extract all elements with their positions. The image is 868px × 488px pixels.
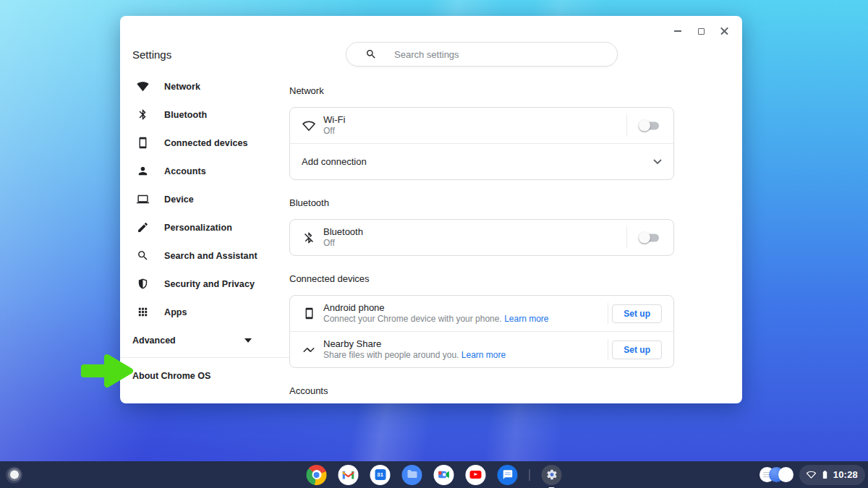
- clock: 10:28: [833, 469, 858, 480]
- youtube-logo: [470, 471, 482, 479]
- chrome-app-icon[interactable]: [307, 465, 327, 485]
- window-controls: [670, 23, 732, 39]
- smartphone-icon: [302, 307, 316, 320]
- nearby-share-row[interactable]: Nearby Share Share files with people aro…: [290, 332, 673, 367]
- launcher-icon: [10, 471, 19, 479]
- youtube-app-icon[interactable]: [466, 465, 486, 485]
- chrome-logo: [312, 470, 321, 479]
- settings-app-icon[interactable]: [542, 465, 562, 485]
- files-app-icon[interactable]: [402, 465, 422, 485]
- section-header: Connected devices: [289, 273, 674, 285]
- bluetooth-row[interactable]: Bluetooth Off: [290, 220, 673, 255]
- android-phone-row[interactable]: Android phone Connect your Chrome device…: [290, 296, 673, 331]
- bluetooth-card: Bluetooth Off: [289, 219, 674, 256]
- section-bluetooth: Bluetooth Bluetooth Off: [289, 197, 674, 256]
- meet-app-icon[interactable]: [434, 465, 454, 485]
- sidebar-item-apps[interactable]: Apps: [120, 298, 289, 326]
- calendar-app-icon[interactable]: 31: [370, 465, 391, 485]
- wifi-title: Wi-Fi: [323, 114, 345, 126]
- minimize-icon: [674, 30, 681, 32]
- system-tray[interactable]: 10:28: [799, 465, 865, 485]
- chevron-down-icon: [244, 338, 252, 343]
- bluetooth-disabled-icon: [302, 231, 316, 244]
- sidebar-item-personalization[interactable]: Personalization: [120, 213, 289, 241]
- advanced-label: Advanced: [132, 335, 176, 346]
- set-up-button[interactable]: Set up: [612, 341, 662, 359]
- sidebar-item-label: Personalization: [164, 223, 232, 233]
- shield-icon: [137, 278, 149, 290]
- sidebar-item-label: Accounts: [164, 166, 206, 176]
- wifi-icon: [137, 80, 149, 93]
- section-accounts: Accounts: [289, 385, 674, 397]
- minimize-button[interactable]: [670, 23, 686, 39]
- sidebar-item-label: Bluetooth: [164, 110, 207, 120]
- bluetooth-status: Off: [323, 238, 363, 249]
- maximize-button[interactable]: [693, 23, 709, 39]
- meet-logo: [438, 470, 450, 479]
- gmail-app-icon[interactable]: [339, 465, 359, 485]
- sidebar-item-search-assistant[interactable]: Search and Assistant: [120, 241, 289, 270]
- sidebar-divider: [120, 357, 289, 358]
- set-up-button[interactable]: Set up: [612, 304, 662, 323]
- nearby-share-text: Nearby Share Share files with people aro…: [323, 338, 506, 361]
- section-header: Accounts: [289, 385, 674, 397]
- gmail-logo: [343, 470, 354, 479]
- pen-icon: [137, 221, 149, 234]
- desktop: Settings Network Bluetooth Connected dev…: [0, 0, 868, 488]
- sidebar-item-label: Connected devices: [164, 138, 248, 148]
- gear-icon: [545, 468, 558, 481]
- search-icon: [365, 48, 377, 60]
- wifi-off-icon: [806, 469, 817, 480]
- shelf-apps: 31: [307, 465, 562, 485]
- android-phone-text: Android phone Connect your Chrome device…: [323, 302, 549, 325]
- sidebar-item-label: Device: [164, 194, 194, 205]
- bluetooth-title: Bluetooth: [323, 226, 363, 238]
- row-divider-vertical: [608, 303, 608, 324]
- search-icon: [137, 249, 149, 262]
- close-button[interactable]: [716, 23, 732, 39]
- network-card: Wi-Fi Off Add connection: [289, 107, 674, 180]
- notification-icons[interactable]: [760, 467, 793, 482]
- bluetooth-icon: [137, 108, 149, 121]
- nearby-share-icon: [302, 343, 316, 356]
- search-bar: [346, 42, 618, 67]
- wifi-toggle[interactable]: [640, 121, 659, 129]
- messages-app-icon[interactable]: [498, 465, 518, 485]
- add-connection-row[interactable]: Add connection: [290, 144, 673, 179]
- sidebar-item-network[interactable]: Network: [120, 72, 289, 100]
- android-phone-title: Android phone: [323, 302, 549, 314]
- sidebar-item-label: Network: [164, 82, 200, 92]
- sidebar-item-label: Security and Privacy: [164, 279, 255, 289]
- sidebar-nav: Network Bluetooth Connected devices Acco…: [120, 72, 289, 388]
- sidebar-item-bluetooth[interactable]: Bluetooth: [120, 100, 289, 129]
- row-divider-vertical: [608, 339, 608, 360]
- battery-full-icon: [820, 469, 830, 480]
- apps-grid-icon: [137, 306, 149, 318]
- search-input[interactable]: [394, 49, 607, 60]
- status-area: 10:28: [760, 465, 865, 485]
- sidebar-item-security-privacy[interactable]: Security and Privacy: [120, 270, 289, 298]
- close-icon: [720, 27, 728, 35]
- bluetooth-toggle[interactable]: [640, 234, 659, 241]
- sidebar-item-about-chrome-os[interactable]: About Chrome OS: [120, 364, 289, 388]
- shelf-separator: [529, 469, 530, 481]
- row-divider-vertical: [626, 115, 627, 136]
- sidebar-item-device[interactable]: Device: [120, 185, 289, 213]
- section-network: Network Wi-Fi Off: [289, 85, 674, 180]
- wifi-row[interactable]: Wi-Fi Off: [290, 108, 673, 143]
- launcher-button[interactable]: [6, 466, 22, 483]
- folder-icon: [407, 471, 417, 478]
- chevron-down-icon: [653, 159, 662, 165]
- learn-more-link[interactable]: Learn more: [504, 314, 548, 324]
- sidebar-item-accounts[interactable]: Accounts: [120, 157, 289, 185]
- smartphone-icon: [137, 137, 149, 149]
- sidebar-item-label: Search and Assistant: [164, 251, 258, 261]
- sidebar-advanced-toggle[interactable]: Advanced: [120, 326, 289, 354]
- wifi-off-icon: [302, 119, 316, 133]
- sidebar-item-connected-devices[interactable]: Connected devices: [120, 129, 289, 157]
- description-text: Connect your Chrome device with your pho…: [323, 314, 502, 324]
- section-header: Network: [289, 85, 674, 97]
- section-header: Bluetooth: [289, 197, 674, 209]
- learn-more-link[interactable]: Learn more: [461, 350, 506, 360]
- sidebar: Settings Network Bluetooth Connected dev…: [120, 16, 289, 403]
